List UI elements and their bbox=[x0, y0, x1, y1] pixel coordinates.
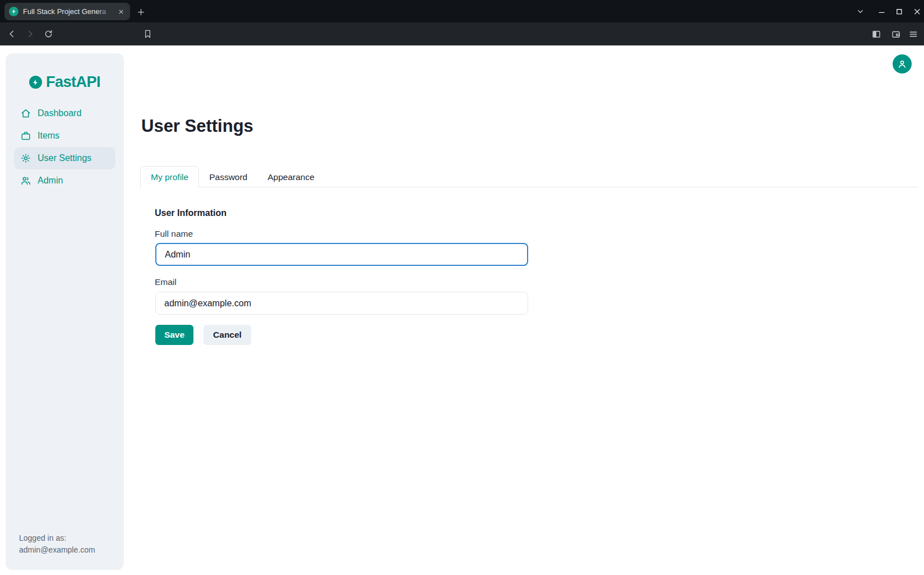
sidebar-nav: Dashboard Items User Settings Admin bbox=[14, 102, 116, 192]
settings-tabs: My profile Password Appearance bbox=[140, 166, 325, 188]
users-icon bbox=[21, 176, 31, 186]
user-menu-avatar-button[interactable] bbox=[893, 54, 912, 73]
page-title: User Settings bbox=[141, 116, 253, 136]
app-page: FastAPI Dashboard Items User Settings Ad… bbox=[0, 45, 924, 575]
new-tab-button[interactable] bbox=[133, 4, 148, 19]
logged-in-label: Logged in as: bbox=[19, 532, 95, 544]
home-icon bbox=[21, 108, 31, 118]
bookmark-icon[interactable] bbox=[140, 22, 155, 45]
sidebar-item-label: User Settings bbox=[38, 153, 91, 163]
forward-button[interactable] bbox=[22, 22, 37, 45]
sidebar-panel-icon[interactable] bbox=[869, 22, 884, 45]
sidebar-item-label: Admin bbox=[38, 176, 63, 186]
sidebar-item-label: Items bbox=[38, 131, 59, 141]
tab-appearance[interactable]: Appearance bbox=[257, 166, 325, 188]
menu-hamburger-icon[interactable] bbox=[906, 22, 921, 45]
brand-logo: FastAPI bbox=[6, 73, 124, 91]
tab-search-chevron-icon[interactable] bbox=[853, 0, 867, 22]
brand-name: FastAPI bbox=[46, 73, 100, 91]
wallet-icon[interactable] bbox=[889, 22, 903, 45]
fastapi-favicon-icon bbox=[9, 7, 19, 16]
sidebar-item-admin[interactable]: Admin bbox=[14, 169, 116, 192]
tab-close-icon[interactable] bbox=[117, 7, 126, 16]
browser-toolbar: i localhost/settings 1 bbox=[0, 22, 924, 45]
fastapi-logo-icon bbox=[29, 76, 42, 89]
browser-tab[interactable]: Full Stack Project Genera bbox=[4, 3, 130, 20]
full-name-label: Full name bbox=[155, 229, 193, 239]
window-maximize-button[interactable] bbox=[891, 0, 906, 22]
cancel-button[interactable]: Cancel bbox=[204, 325, 251, 345]
reload-button[interactable] bbox=[41, 22, 56, 45]
sidebar-item-items[interactable]: Items bbox=[14, 125, 116, 147]
logged-in-footer: Logged in as: admin@example.com bbox=[19, 532, 95, 555]
tab-my-profile[interactable]: My profile bbox=[140, 166, 199, 188]
user-icon bbox=[897, 58, 908, 70]
sidebar: FastAPI Dashboard Items User Settings Ad… bbox=[6, 53, 124, 570]
full-name-input[interactable] bbox=[155, 243, 528, 266]
logged-in-email: admin@example.com bbox=[19, 544, 95, 555]
email-label: Email bbox=[155, 277, 177, 287]
sidebar-item-dashboard[interactable]: Dashboard bbox=[14, 102, 116, 125]
sidebar-item-user-settings[interactable]: User Settings bbox=[14, 147, 116, 169]
sidebar-item-label: Dashboard bbox=[38, 108, 81, 118]
window-minimize-button[interactable] bbox=[874, 0, 889, 22]
tab-password[interactable]: Password bbox=[199, 166, 257, 188]
email-input[interactable] bbox=[155, 292, 528, 315]
briefcase-icon bbox=[21, 131, 31, 141]
browser-tabstrip: Full Stack Project Genera bbox=[0, 0, 924, 22]
window-close-button[interactable] bbox=[909, 0, 924, 22]
section-title: User Information bbox=[155, 208, 227, 218]
save-button[interactable]: Save bbox=[155, 325, 193, 345]
gear-icon bbox=[21, 153, 31, 163]
tab-title: Full Stack Project Genera bbox=[23, 7, 112, 16]
back-button[interactable] bbox=[4, 22, 19, 45]
